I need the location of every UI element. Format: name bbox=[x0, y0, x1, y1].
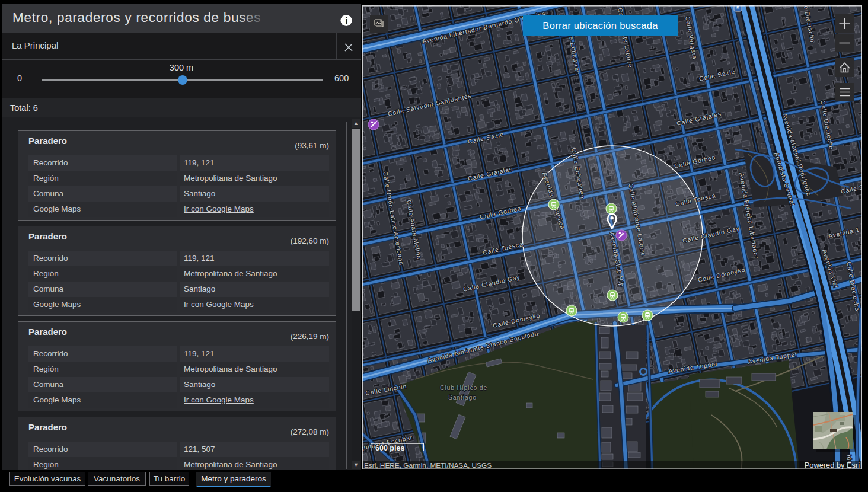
svg-text:Club Hípico de: Club Hípico de bbox=[440, 384, 487, 391]
svg-text:Borrar ubicación buscada: Borrar ubicación buscada bbox=[542, 20, 658, 31]
svg-text:Santiago: Santiago bbox=[448, 394, 477, 401]
svg-text:Powered by Esri: Powered by Esri bbox=[805, 461, 860, 469]
svg-text:i: i bbox=[345, 16, 347, 26]
svg-text:600 pies: 600 pies bbox=[375, 444, 404, 452]
svg-text:Esri, HERE, Garmin, METI/NASA,: Esri, HERE, Garmin, METI/NASA, USGS bbox=[364, 461, 492, 469]
